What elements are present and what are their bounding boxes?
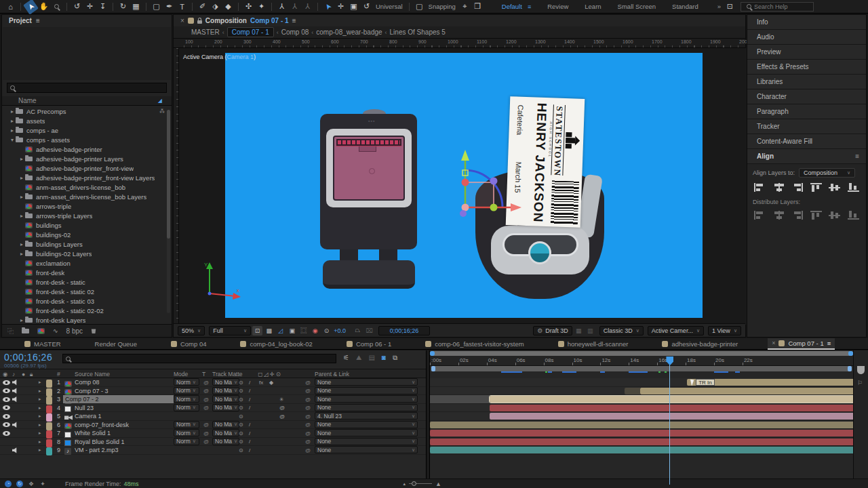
breadcrumb-item[interactable]: Lines Of Shapes 5	[390, 28, 446, 36]
transform-gizmo[interactable]	[445, 143, 530, 224]
mode-dropdown[interactable]: Norm∨	[174, 378, 199, 386]
source-name-column[interactable]: Source Name	[75, 371, 110, 378]
global-performance-icon[interactable]: ◔	[5, 481, 12, 487]
mask-visibility-icon[interactable]: ◿	[275, 326, 285, 336]
distribute-aleft-button[interactable]	[754, 211, 766, 220]
project-columns-header[interactable]: Name ◢	[2, 96, 172, 106]
overflow-icon[interactable]: »	[717, 3, 721, 10]
panel-header-preview[interactable]: Preview	[747, 45, 866, 60]
channel-icon[interactable]: ◉	[310, 326, 320, 336]
puppet-pin-tool-icon[interactable]: ✦	[256, 1, 267, 12]
distribute-avc-button[interactable]	[829, 211, 840, 220]
layer-duration-bar[interactable]	[490, 396, 853, 403]
layer-bar-row[interactable]	[430, 404, 853, 413]
work-area-bar[interactable]	[430, 366, 853, 371]
switch-mb-icon[interactable]: ⊙	[239, 429, 243, 437]
clone-stamp-tool-icon[interactable]: ⬗	[210, 1, 221, 12]
comp-tab-comp-04-log-book-02[interactable]: comp-04_log-book-02	[236, 338, 316, 350]
switch-mb-icon[interactable]: ⊙	[239, 378, 243, 386]
roto-brush-tool-icon[interactable]: ✣	[243, 1, 254, 12]
layer-name[interactable]: White Solid 1	[75, 429, 172, 437]
switch-mb-icon[interactable]: ⊙	[239, 438, 243, 446]
view-layout-dropdown[interactable]: 1 View∨	[708, 326, 741, 336]
layer-name[interactable]: Null 23	[75, 404, 172, 412]
distribute-aright-button[interactable]	[791, 211, 803, 220]
home-tool-icon[interactable]: ⌂	[5, 1, 16, 12]
expander-icon[interactable]: ▾	[9, 137, 16, 143]
axis-mode-view-icon[interactable]: ⅄	[302, 1, 313, 12]
composition-canvas[interactable]: ▪▪▪	[225, 53, 703, 318]
panel-header-character[interactable]: Character	[747, 89, 866, 104]
project-item[interactable]: ▸adhesive-badge-printer_front-view Layer…	[2, 173, 167, 182]
layer-bar-row[interactable]	[430, 395, 853, 404]
motion-blur-master-icon[interactable]: ◙	[382, 354, 386, 362]
frame-blend-icon[interactable]: ▤	[368, 354, 374, 362]
comp-button-icon[interactable]: ⚐	[857, 380, 863, 386]
breadcrumb-item[interactable]: Comp 07 - 1	[227, 27, 274, 37]
parent-pickwhip-icon[interactable]: @	[305, 387, 311, 395]
mode-column[interactable]: Mode	[174, 371, 188, 378]
project-item[interactable]: front-desk - static 02	[2, 287, 167, 296]
expander-icon[interactable]: ▸	[39, 421, 41, 429]
comp-tab-comp-06-fastest-visitor-system[interactable]: comp-06_fastest-visitor-system	[421, 338, 528, 350]
project-item[interactable]: front-desk	[2, 268, 167, 277]
layer-name[interactable]: VM - part 2.mp3	[75, 446, 172, 454]
mask-shape-tool-icon[interactable]: ▢	[151, 1, 162, 12]
breadcrumb-item[interactable]: Comp 08	[281, 28, 309, 36]
mode-dropdown[interactable]: Norm∨	[174, 429, 199, 436]
parent-link-dropdown[interactable]: None∨	[315, 421, 418, 428]
view-label[interactable]: Active Camera (Camera 1)	[183, 54, 256, 60]
axis-mode-local-icon[interactable]: ⅄	[276, 1, 288, 12]
project-bit-depth[interactable]: 8 bpc	[66, 327, 83, 335]
switch-mb-icon[interactable]: ⊙	[239, 404, 243, 412]
switch-mb-icon[interactable]: ⊙	[239, 387, 243, 395]
parent-link-column[interactable]: Parent & Link	[315, 371, 349, 378]
dolly-camera-tool-icon[interactable]: ↧	[97, 1, 108, 12]
expander-icon[interactable]: ▸	[9, 118, 16, 124]
project-settings-icon[interactable]: ∿	[53, 327, 58, 334]
eye-icon[interactable]	[3, 412, 10, 420]
show-snapshot-icon[interactable]: ⌧	[364, 326, 374, 336]
project-search-input[interactable]	[7, 83, 167, 93]
layer-bar-row[interactable]	[430, 412, 853, 421]
render-status-icon[interactable]: ↻	[16, 481, 23, 487]
switch-lnk-icon[interactable]: @	[279, 404, 285, 412]
layer-duration-bar[interactable]	[430, 447, 853, 453]
comp-tab-comp-07-1[interactable]: ×Comp 07 - 1≡	[768, 338, 835, 350]
project-item[interactable]: exclamation	[2, 258, 167, 268]
project-item[interactable]: ▸anm-asset_drivers-license_bob Layers	[2, 192, 167, 201]
layer-row-8[interactable]: ▸8Royal Blue Solid 1Norm∨@No Ma∨⊙/@None∨	[0, 438, 426, 447]
align-ahc-button[interactable]	[773, 183, 785, 192]
project-item[interactable]: front-desk - static 02-02	[2, 306, 167, 315]
current-timecode[interactable]: 0;00;16;26	[4, 352, 52, 363]
gizmo-select-icon[interactable]: ➤	[320, 0, 336, 14]
switch-mb-icon[interactable]: ⊙	[239, 421, 243, 429]
project-item[interactable]: ▸assets	[2, 116, 167, 125]
search-help-box[interactable]: Search Help	[741, 2, 814, 12]
project-item[interactable]: front-desk - static 03	[2, 296, 167, 306]
comp-tab-render-queue[interactable]: Render Queue	[91, 338, 141, 350]
name-column-header[interactable]: Name	[18, 97, 37, 104]
mode-dropdown[interactable]: Norm∨	[174, 395, 199, 403]
pen-tool-icon[interactable]: ✒	[163, 1, 175, 12]
preview-timecode[interactable]: 0;00;16;26	[378, 326, 430, 336]
close-icon[interactable]: ×	[180, 17, 184, 24]
layer-duration-bar[interactable]	[640, 388, 853, 394]
project-item[interactable]: ▾comps - assets	[2, 135, 167, 144]
expander-icon[interactable]: ▸	[39, 395, 41, 403]
gizmo-scale-icon[interactable]: ▣	[348, 1, 359, 12]
distribute-atop-button[interactable]	[810, 211, 822, 220]
switch-er-icon[interactable]: ◆	[269, 378, 273, 386]
camera-view-dropdown[interactable]: Active Camer...∨	[648, 326, 704, 336]
matte-pickwhip-icon[interactable]: @	[203, 438, 209, 446]
layer-row-5[interactable]: ▸5Camera 1⊙@@4. Null 23∨	[0, 412, 426, 421]
panel-header-audio[interactable]: Audio	[747, 30, 866, 45]
expander-icon[interactable]: ▸	[39, 446, 41, 454]
layer-row-1[interactable]: ▸1Comp 08Norm∨@No Ma∨⊙/fx◆@None∨	[0, 378, 426, 387]
switch-mb-icon[interactable]: ⊙	[239, 395, 243, 403]
exposure-value[interactable]: +0.0	[334, 327, 346, 334]
mode-dropdown[interactable]: Norm∨	[174, 421, 199, 428]
composition-mini-flowchart-icon[interactable]: ⚟	[343, 354, 349, 362]
switch-q-icon[interactable]: /	[249, 378, 250, 386]
interpret-footage-icon[interactable]: ⿻	[7, 327, 14, 336]
